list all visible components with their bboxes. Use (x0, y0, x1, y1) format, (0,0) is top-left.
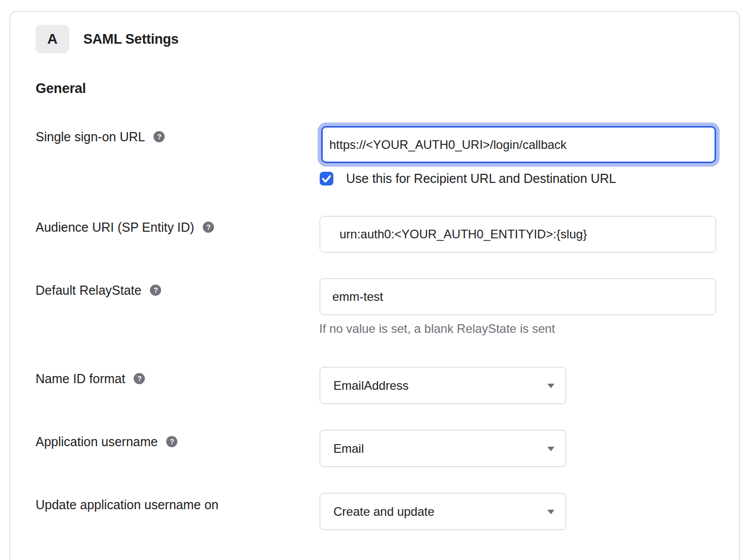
recipient-url-checkbox[interactable] (320, 172, 333, 185)
field-row-audience-uri: Audience URI (SP Entity ID) ? (36, 216, 716, 253)
help-icon[interactable]: ? (203, 222, 214, 233)
single-sign-on-url-input[interactable] (323, 128, 715, 162)
default-relaystate-value-col: If no value is set, a blank RelayState i… (319, 278, 716, 336)
help-icon[interactable]: ? (166, 436, 177, 447)
panel-header: A SAML Settings (36, 25, 716, 53)
audience-uri-input[interactable] (320, 216, 716, 253)
field-row-name-id-format: Name ID format ? EmailAddress (36, 367, 716, 404)
recipient-url-checkbox-label: Use this for Recipient URL and Destinati… (346, 171, 616, 186)
single-sign-on-url-label-group: Single sign-on URL ? (36, 126, 319, 144)
audience-uri-value-col (319, 216, 716, 253)
update-application-username-value-col: Create and update (319, 493, 716, 530)
name-id-format-value-col: EmailAddress (319, 367, 716, 404)
panel-title: SAML Settings (83, 32, 178, 47)
audience-uri-label-group: Audience URI (SP Entity ID) ? (36, 216, 319, 235)
application-username-label-group: Application username ? (36, 430, 319, 449)
update-application-username-label-group: Update application username on (36, 493, 319, 512)
saml-settings-panel: A SAML Settings General Single sign-on U… (10, 11, 740, 560)
single-sign-on-url-value-col: Use this for Recipient URL and Destinati… (319, 126, 716, 186)
single-sign-on-url-label: Single sign-on URL (36, 129, 145, 144)
name-id-format-label-group: Name ID format ? (36, 367, 319, 386)
single-sign-on-url-input-wrap (321, 126, 716, 163)
default-relaystate-input[interactable] (320, 278, 716, 315)
default-relaystate-helper-text: If no value is set, a blank RelayState i… (319, 322, 716, 336)
name-id-format-label: Name ID format (36, 371, 125, 386)
field-row-update-application-username: Update application username on Create an… (36, 493, 716, 530)
update-application-username-label: Update application username on (36, 497, 219, 512)
name-id-format-selected-value: EmailAddress (333, 379, 409, 393)
update-application-username-select[interactable]: Create and update (320, 493, 566, 530)
checkmark-icon (320, 172, 333, 185)
section-heading-general: General (36, 81, 716, 96)
chevron-down-icon (547, 384, 554, 388)
application-username-value-col: Email (319, 430, 716, 467)
default-relaystate-label: Default RelayState (36, 283, 141, 298)
chevron-down-icon (547, 510, 554, 514)
default-relaystate-label-group: Default RelayState ? (36, 278, 319, 298)
application-username-select[interactable]: Email (320, 430, 566, 467)
recipient-url-checkbox-row: Use this for Recipient URL and Destinati… (319, 171, 716, 186)
help-icon[interactable]: ? (134, 373, 145, 384)
help-icon[interactable]: ? (150, 285, 161, 296)
chevron-down-icon (547, 447, 554, 451)
name-id-format-select[interactable]: EmailAddress (320, 367, 566, 404)
application-username-label: Application username (36, 434, 158, 449)
field-row-single-sign-on-url: Single sign-on URL ? Use this for Recipi… (36, 126, 716, 186)
field-row-default-relaystate: Default RelayState ? If no value is set,… (36, 278, 716, 336)
application-username-selected-value: Email (333, 442, 364, 456)
update-application-username-selected-value: Create and update (333, 505, 435, 519)
field-row-application-username: Application username ? Email (36, 430, 716, 467)
help-icon[interactable]: ? (153, 131, 165, 142)
step-badge: A (36, 25, 69, 53)
audience-uri-label: Audience URI (SP Entity ID) (36, 220, 194, 235)
